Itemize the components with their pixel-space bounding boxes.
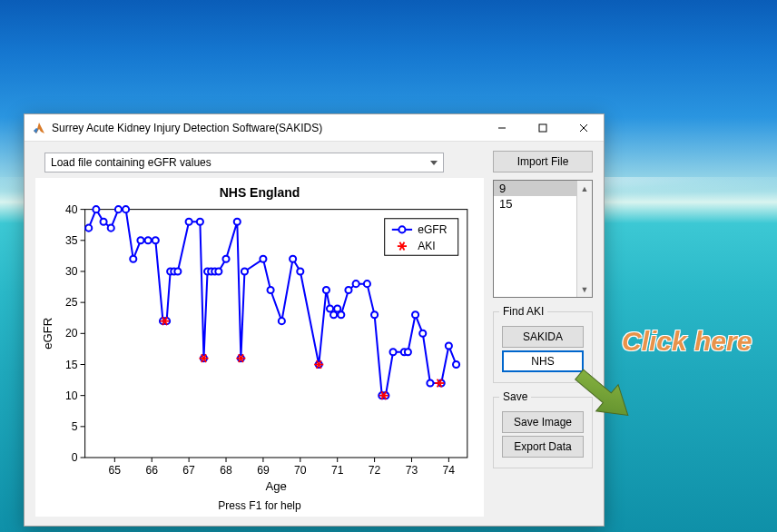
svg-text:67: 67 bbox=[182, 464, 195, 477]
svg-rect-1 bbox=[539, 124, 546, 132]
svg-text:72: 72 bbox=[369, 464, 381, 477]
svg-point-81 bbox=[338, 311, 344, 318]
svg-point-79 bbox=[330, 311, 337, 318]
svg-point-66 bbox=[215, 268, 221, 274]
titlebar: Surrey Acute Kidney Injury Detection Sof… bbox=[25, 114, 604, 142]
svg-text:0: 0 bbox=[72, 451, 78, 464]
svg-point-52 bbox=[137, 237, 143, 243]
svg-text:Age: Age bbox=[266, 479, 287, 493]
svg-point-95 bbox=[446, 342, 452, 349]
chart-panel: NHS England 0510152025303540656667686970… bbox=[35, 178, 484, 517]
svg-text:65: 65 bbox=[109, 464, 122, 477]
left-column: Load file containing eGFR values NHS Eng… bbox=[35, 151, 484, 517]
svg-point-88 bbox=[389, 349, 396, 355]
svg-point-75 bbox=[297, 268, 303, 274]
svg-point-46 bbox=[93, 206, 99, 212]
svg-text:10: 10 bbox=[65, 389, 78, 402]
svg-text:eGFR: eGFR bbox=[418, 223, 448, 236]
svg-text:20: 20 bbox=[65, 327, 78, 340]
help-footer: Press F1 for help bbox=[39, 498, 480, 512]
scroll-down-icon[interactable]: ▼ bbox=[577, 281, 592, 297]
svg-point-47 bbox=[101, 219, 107, 225]
svg-point-83 bbox=[353, 281, 359, 287]
svg-text:69: 69 bbox=[257, 464, 270, 477]
svg-text:35: 35 bbox=[65, 234, 78, 247]
svg-point-71 bbox=[260, 256, 266, 262]
svg-point-77 bbox=[323, 287, 329, 293]
svg-text:71: 71 bbox=[331, 464, 344, 477]
chart-title: NHS England bbox=[39, 185, 480, 200]
svg-text:15: 15 bbox=[65, 359, 78, 371]
find-aki-legend: Find AKI bbox=[499, 305, 547, 318]
svg-point-90 bbox=[405, 349, 411, 355]
svg-point-53 bbox=[145, 237, 152, 243]
file-dropdown[interactable]: Load file containing eGFR values bbox=[44, 153, 444, 172]
dropdown-value: Load file containing eGFR values bbox=[51, 156, 211, 169]
svg-point-80 bbox=[334, 305, 340, 311]
chevron-down-icon bbox=[426, 154, 441, 171]
matlab-icon bbox=[32, 121, 46, 135]
svg-point-117 bbox=[398, 226, 405, 232]
svg-point-68 bbox=[234, 219, 241, 225]
results-listbox[interactable]: 915 ▲ ▼ bbox=[493, 180, 593, 298]
scroll-up-icon[interactable]: ▲ bbox=[577, 181, 592, 196]
window-title: Surrey Acute Kidney Injury Detection Sof… bbox=[52, 122, 481, 134]
svg-point-61 bbox=[197, 219, 203, 225]
svg-point-84 bbox=[364, 281, 370, 287]
sakida-button[interactable]: SAKIDA bbox=[502, 326, 584, 348]
app-window: Surrey Acute Kidney Injury Detection Sof… bbox=[24, 113, 605, 527]
click-here-annotation: Click here bbox=[622, 326, 752, 357]
content-area: Load file containing eGFR values NHS Eng… bbox=[25, 142, 604, 526]
window-controls bbox=[481, 114, 604, 141]
import-file-button[interactable]: Import File bbox=[493, 151, 593, 172]
svg-text:25: 25 bbox=[65, 296, 78, 309]
svg-text:66: 66 bbox=[145, 464, 158, 477]
svg-text:5: 5 bbox=[72, 420, 78, 433]
svg-point-85 bbox=[371, 311, 378, 318]
svg-point-74 bbox=[290, 256, 296, 262]
svg-point-51 bbox=[130, 256, 136, 262]
svg-point-45 bbox=[85, 225, 92, 232]
svg-text:40: 40 bbox=[65, 203, 78, 216]
maximize-button[interactable] bbox=[522, 114, 563, 141]
svg-point-92 bbox=[419, 330, 426, 337]
svg-text:70: 70 bbox=[294, 464, 307, 477]
listbox-scrollbar[interactable]: ▲ ▼ bbox=[576, 181, 592, 297]
svg-point-82 bbox=[345, 287, 351, 293]
right-column: Import File 915 ▲ ▼ Find AKI SAKIDA NHS … bbox=[493, 151, 593, 517]
svg-text:68: 68 bbox=[220, 464, 232, 477]
svg-point-91 bbox=[412, 311, 418, 318]
svg-text:30: 30 bbox=[65, 265, 78, 278]
svg-point-72 bbox=[268, 287, 274, 293]
svg-point-70 bbox=[241, 268, 248, 274]
svg-text:eGFR: eGFR bbox=[41, 318, 54, 350]
svg-point-93 bbox=[427, 379, 433, 386]
svg-text:73: 73 bbox=[406, 464, 418, 477]
annotation-arrow-icon bbox=[563, 363, 644, 445]
svg-point-59 bbox=[174, 268, 181, 274]
close-button[interactable] bbox=[563, 114, 604, 141]
svg-text:AKI: AKI bbox=[418, 240, 436, 252]
svg-point-67 bbox=[222, 256, 229, 262]
svg-point-49 bbox=[115, 206, 122, 212]
save-legend: Save bbox=[499, 390, 531, 403]
svg-point-48 bbox=[108, 225, 114, 232]
svg-point-60 bbox=[186, 219, 192, 225]
svg-point-78 bbox=[327, 305, 333, 311]
svg-point-96 bbox=[453, 361, 459, 368]
minimize-button[interactable] bbox=[481, 114, 522, 141]
svg-point-73 bbox=[279, 318, 285, 324]
svg-text:74: 74 bbox=[443, 464, 456, 477]
egfr-chart: 051015202530354065666768697071727374Agee… bbox=[39, 200, 480, 495]
svg-point-54 bbox=[152, 237, 159, 243]
svg-point-50 bbox=[123, 206, 129, 212]
